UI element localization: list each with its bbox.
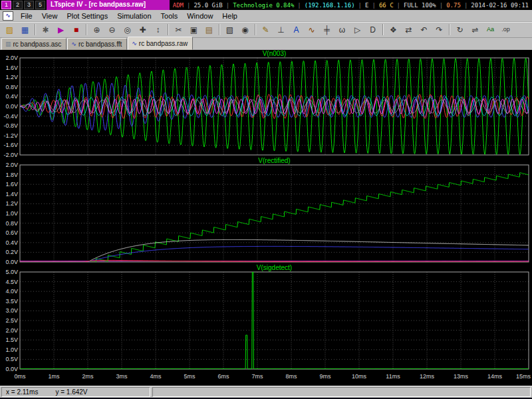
move-button[interactable]: ❖: [386, 23, 401, 37]
tab-label: rc bandpass.fft: [78, 41, 122, 48]
workspace-5[interactable]: 5: [35, 1, 45, 9]
toolbar-separator: [86, 24, 87, 35]
component-button[interactable]: D: [365, 23, 380, 37]
diode-button[interactable]: ▷: [350, 23, 365, 37]
zoom-back-button[interactable]: ⊖: [104, 23, 120, 37]
y-tick-label: 1.2V: [5, 200, 18, 207]
pane-title[interactable]: V(sigdetect): [257, 264, 292, 271]
tab-rc-bandpass-asc[interactable]: ▥rc bandpass.asc: [1, 38, 66, 50]
autorange-y-button[interactable]: ↕: [150, 23, 166, 37]
y-tick-label: 2.5V: [5, 317, 18, 324]
spice-directive-button[interactable]: .op: [498, 23, 513, 37]
pane-v-sigdetect[interactable]: 5.0V4.5V4.0V3.5V3.0V2.5V2.0V1.5V1.0V0.5V…: [5, 264, 529, 372]
rotate-button[interactable]: ↻: [452, 23, 467, 37]
resistor-button[interactable]: ∿: [304, 23, 319, 37]
paste-button[interactable]: ▤: [201, 23, 217, 37]
status-separator: |: [372, 2, 375, 9]
zoom-extents-button[interactable]: ◎: [120, 23, 135, 37]
pane-title[interactable]: V(rectified): [258, 157, 290, 164]
x-tick-label: 1ms: [48, 373, 60, 380]
trace-v-n003[interactable]: [20, 59, 529, 155]
y-tick-label: -0.4V: [3, 113, 18, 120]
capacitor-button[interactable]: ╪: [319, 23, 334, 37]
run-button[interactable]: ▶: [53, 23, 68, 37]
workspace-1[interactable]: 1: [1, 1, 11, 9]
print-button[interactable]: ▧: [222, 23, 237, 37]
control-panel-button[interactable]: ✱: [38, 23, 53, 37]
label-button[interactable]: A: [289, 23, 304, 37]
drag-button[interactable]: ⇄: [401, 23, 416, 37]
save-button[interactable]: ▦: [17, 23, 33, 37]
tab-label: rc bandpass.asc: [13, 41, 62, 48]
menu-item-plot-settings[interactable]: Plot Settings: [62, 11, 112, 21]
tab-rc-bandpass-raw[interactable]: ∿rc bandpass.raw: [128, 37, 193, 50]
y-tick-label: 0.6V: [5, 229, 18, 236]
status-separator: |: [397, 2, 400, 9]
tab-rc-bandpass-fft[interactable]: ∿rc bandpass.fft: [67, 38, 127, 50]
halt-button[interactable]: ■: [68, 23, 84, 37]
menu-item-tools[interactable]: Tools: [156, 11, 183, 21]
document-icon: ∿: [3, 11, 13, 21]
status-adm: ADM: [173, 2, 184, 9]
pane-v-n003[interactable]: 2.0V1.6V1.2V0.8V0.4V0.0V-0.4V-0.8V-1.2V-…: [3, 50, 529, 158]
text-tool-button[interactable]: Aa: [483, 23, 498, 37]
workspace-3[interactable]: 3: [24, 1, 34, 9]
status-bar-filler: [152, 387, 531, 397]
y-tick-label: -1.2V: [3, 132, 18, 139]
menu-item-window[interactable]: Window: [182, 11, 217, 21]
x-tick-label: 2ms: [82, 373, 94, 380]
x-tick-label: 15ms: [516, 373, 531, 380]
waveform-icon: ∿: [71, 41, 76, 47]
status-separator: |: [358, 2, 362, 9]
undo-button[interactable]: ↶: [416, 23, 432, 37]
status-e: E: [365, 2, 368, 9]
y-tick-label: 0.8V: [5, 220, 18, 227]
waveform-viewer[interactable]: 2.0V1.6V1.2V0.8V0.4V0.0V-0.4V-0.8V-1.2V-…: [0, 50, 532, 386]
pane-title[interactable]: V(n003): [263, 50, 287, 57]
wire-button[interactable]: ✎: [258, 23, 273, 37]
redo-button[interactable]: ↷: [432, 23, 447, 37]
pan-button[interactable]: ✚: [135, 23, 150, 37]
window-titlebar: 1235 LTspice IV - [rc bandpass.raw] ADM|…: [0, 0, 532, 10]
trace-v-rectified[interactable]: [20, 173, 529, 262]
menu-item-help[interactable]: Help: [217, 11, 242, 21]
x-tick-label: 7ms: [251, 373, 263, 380]
find-button[interactable]: ◉: [237, 23, 253, 37]
mirror-button[interactable]: ⇌: [467, 23, 483, 37]
workspace-2[interactable]: 2: [13, 1, 23, 9]
workspace-switcher: 1235: [0, 0, 47, 10]
y-tick-label: 0.4V: [5, 93, 18, 100]
trace-v-sigdetect[interactable]: [20, 272, 529, 368]
menu-item-file[interactable]: File: [16, 11, 37, 21]
trace-trace-blue-envelope[interactable]: [20, 246, 529, 262]
y-tick-label: 2.0V: [5, 162, 18, 168]
toolbar-separator: [35, 24, 36, 35]
y-tick-label: 0.2V: [5, 249, 18, 255]
y-tick-label: 2.0V: [5, 55, 18, 61]
y-tick-label: 1.4V: [5, 191, 18, 198]
toolbar-separator: [382, 24, 384, 35]
y-tick-label: 4.0V: [5, 288, 18, 295]
menu-item-simulation[interactable]: Simulation: [112, 11, 156, 21]
ground-button[interactable]: ⊥: [273, 23, 289, 37]
status-separator: |: [226, 2, 229, 9]
inductor-button[interactable]: ω: [334, 23, 350, 37]
y-tick-label: 0.8V: [5, 84, 18, 90]
pane-v-rectified[interactable]: 2.0V1.8V1.6V1.4V1.2V1.0V0.8V0.6V0.4V0.2V…: [5, 157, 529, 265]
x-tick-label: 8ms: [285, 373, 297, 380]
status-separator: |: [187, 2, 190, 9]
y-tick-label: 2.0V: [5, 327, 18, 334]
copy-button[interactable]: ▣: [186, 23, 201, 37]
toolbar-separator: [168, 24, 169, 35]
menu-item-view[interactable]: View: [37, 11, 63, 21]
status-full-100: FULL 100%: [404, 2, 436, 9]
waveform-plot-svg: 2.0V1.6V1.2V0.8V0.4V0.0V-0.4V-0.8V-1.2V-…: [0, 50, 532, 386]
x-tick-label: 9ms: [319, 373, 331, 380]
zoom-area-button[interactable]: ⊕: [89, 23, 104, 37]
y-tick-label: 4.5V: [5, 279, 18, 285]
toolbar-separator: [449, 24, 450, 35]
open-button[interactable]: ▨: [2, 23, 17, 37]
x-tick-label: 13ms: [454, 373, 469, 380]
cut-button[interactable]: ✂: [171, 23, 186, 37]
x-tick-label: 4ms: [150, 373, 162, 380]
